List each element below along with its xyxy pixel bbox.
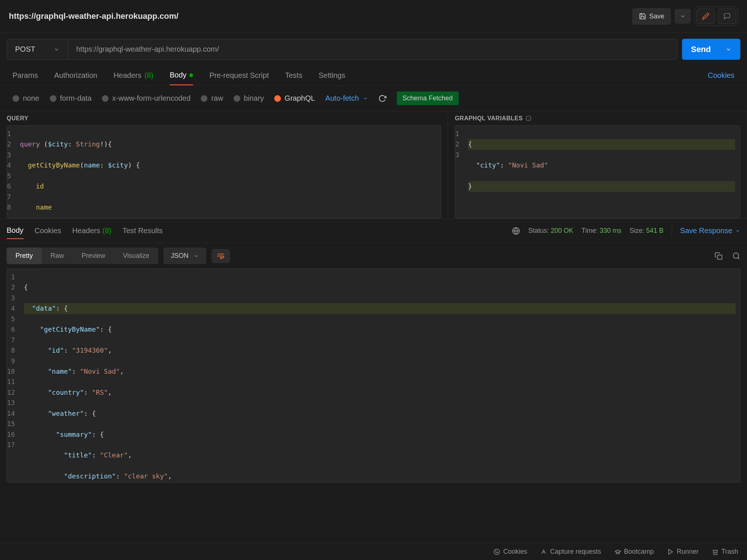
svg-rect-5 <box>717 255 722 259</box>
refresh-schema-button[interactable] <box>378 94 386 103</box>
view-preview[interactable]: Preview <box>73 248 114 264</box>
body-type-raw[interactable]: raw <box>201 94 223 103</box>
footer-capture[interactable]: Capture requests <box>540 548 601 556</box>
chevron-down-icon <box>194 253 199 259</box>
cookies-link[interactable]: Cookies <box>708 66 734 85</box>
body-type-binary[interactable]: binary <box>234 94 264 103</box>
comment-icon <box>723 13 731 20</box>
chevron-down-icon <box>680 13 686 19</box>
footer-trash[interactable]: Trash <box>712 548 738 556</box>
auto-fetch-dropdown[interactable]: Auto-fetch <box>325 94 368 103</box>
radio-icon <box>13 95 19 102</box>
svg-point-6 <box>733 253 739 258</box>
status-label: Status: <box>528 227 549 234</box>
body-label: Body <box>170 71 187 79</box>
query-code[interactable]: query ($city: String!){ getCityByName(na… <box>16 126 441 218</box>
chevron-down-icon <box>726 46 731 52</box>
send-button[interactable]: Send <box>682 39 740 60</box>
copy-icon <box>715 252 723 260</box>
tab-params[interactable]: Params <box>13 66 38 85</box>
cookie-icon <box>493 549 500 555</box>
url-input[interactable]: https://graphql-weather-api.herokuapp.co… <box>68 39 678 60</box>
antenna-icon <box>540 549 547 555</box>
size-value: 541 B <box>646 227 664 234</box>
method-label: POST <box>15 45 35 53</box>
response-tab-headers[interactable]: Headers (8) <box>72 223 111 239</box>
send-label: Send <box>691 45 711 54</box>
size-label: Size: <box>630 227 644 234</box>
body-type-graphql[interactable]: GraphQL <box>274 94 315 103</box>
tab-settings[interactable]: Settings <box>319 66 345 85</box>
view-pretty[interactable]: Pretty <box>7 248 42 264</box>
variables-editor[interactable]: 123 { "city": "Novi Sad" } <box>455 125 740 218</box>
wrap-lines-button[interactable] <box>211 249 230 263</box>
variables-code[interactable]: { "city": "Novi Sad" } <box>464 126 740 218</box>
schema-fetched-badge: Schema Fetched <box>397 91 459 105</box>
response-tab-test-results[interactable]: Test Results <box>123 223 163 239</box>
query-editor[interactable]: 12345678 query ($city: String!){ getCity… <box>7 125 441 218</box>
response-body-editor[interactable]: 1234567891011121314151617 { "data": { "g… <box>7 269 740 483</box>
copy-response-button[interactable] <box>715 252 723 260</box>
time-label: Time: <box>581 227 598 234</box>
tab-headers[interactable]: Headers (8) <box>114 66 154 85</box>
response-headers-count: (8) <box>102 227 111 235</box>
pencil-icon <box>702 13 709 20</box>
headers-count: (8) <box>144 71 153 80</box>
modified-dot-icon <box>189 73 193 77</box>
wrap-icon <box>217 253 225 259</box>
radio-active-icon <box>274 95 281 102</box>
trash-icon <box>712 549 719 555</box>
radio-icon <box>102 95 109 102</box>
response-code: { "data": { "getCityByName": { "id": "31… <box>20 269 740 482</box>
view-visualize[interactable]: Visualize <box>114 248 158 264</box>
comment-button[interactable] <box>718 8 736 24</box>
save-button[interactable]: Save <box>632 8 671 25</box>
method-select[interactable]: POST <box>7 39 68 60</box>
save-icon <box>639 13 646 20</box>
search-icon <box>732 252 740 260</box>
svg-marker-13 <box>668 549 672 554</box>
time-value: 330 ms <box>600 227 622 234</box>
chevron-down-icon <box>54 46 59 52</box>
footer-runner[interactable]: Runner <box>667 548 699 556</box>
response-tab-cookies[interactable]: Cookies <box>35 223 61 239</box>
svg-point-9 <box>496 551 496 552</box>
globe-icon <box>512 227 520 235</box>
save-label: Save <box>649 13 664 20</box>
refresh-icon <box>378 94 386 103</box>
request-tab-title: https://graphql-weather-api.herokuapp.co… <box>9 11 179 21</box>
query-header: QUERY <box>0 111 448 125</box>
footer-bootcamp[interactable]: Bootcamp <box>615 548 654 556</box>
response-tab-body[interactable]: Body <box>7 222 24 239</box>
svg-line-7 <box>738 257 739 259</box>
svg-point-8 <box>494 549 500 554</box>
info-icon <box>526 115 531 121</box>
save-response-dropdown[interactable]: Save Response <box>680 227 740 235</box>
play-icon <box>667 549 674 555</box>
save-dropdown-button[interactable] <box>675 9 691 24</box>
body-type-none[interactable]: none <box>13 94 39 103</box>
svg-point-11 <box>496 552 497 553</box>
tab-tests[interactable]: Tests <box>285 66 302 85</box>
variables-header: GRAPHQL VARIABLES <box>448 111 747 125</box>
edit-button[interactable] <box>696 8 715 24</box>
view-raw[interactable]: Raw <box>42 248 73 264</box>
query-gutter: 12345678 <box>7 126 16 218</box>
radio-icon <box>234 95 240 102</box>
radio-icon <box>201 95 207 102</box>
format-select[interactable]: JSON <box>163 248 206 264</box>
tab-authorization[interactable]: Authorization <box>54 66 97 85</box>
tab-pre-request[interactable]: Pre-request Script <box>209 66 269 85</box>
body-type-formdata[interactable]: form-data <box>50 94 92 103</box>
body-type-urlencoded[interactable]: x-www-form-urlencoded <box>102 94 190 103</box>
radio-icon <box>50 95 56 102</box>
response-gutter: 1234567891011121314151617 <box>7 269 20 482</box>
tab-body[interactable]: Body <box>170 66 193 85</box>
svg-point-10 <box>498 552 498 553</box>
chevron-down-icon <box>363 96 368 101</box>
status-value: 200 OK <box>551 227 573 234</box>
graduation-icon <box>615 549 621 555</box>
chevron-down-icon <box>735 228 740 234</box>
search-response-button[interactable] <box>732 252 740 260</box>
footer-cookies[interactable]: Cookies <box>493 548 527 556</box>
